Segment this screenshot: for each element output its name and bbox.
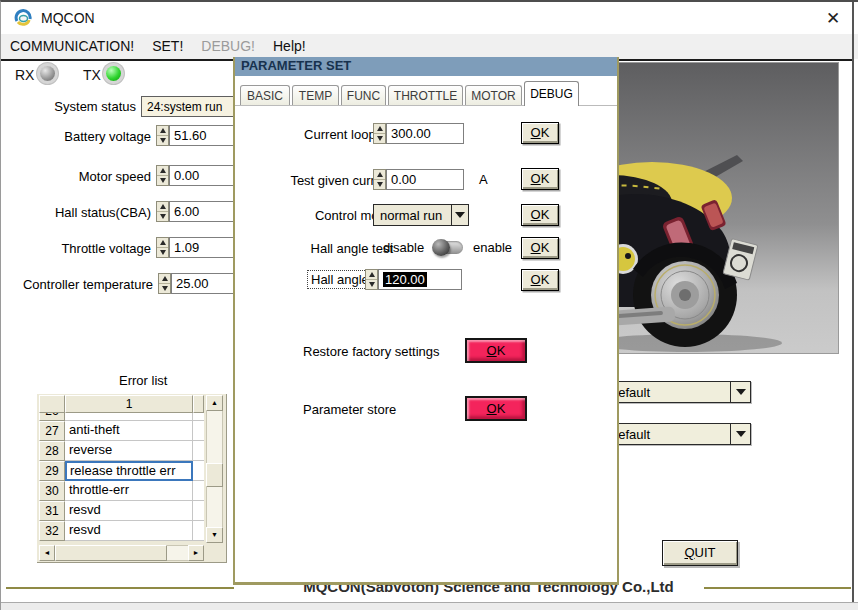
toggle-on-label: enable xyxy=(473,240,512,255)
current-loop-kp-field[interactable]: 300.00 xyxy=(386,123,464,144)
table-column-header[interactable]: 1 xyxy=(65,395,193,413)
row-number[interactable]: 30 xyxy=(39,481,65,501)
test-given-current-field[interactable]: 0.00 xyxy=(386,169,464,190)
menu-set[interactable]: SET! xyxy=(143,34,192,59)
menu-communication[interactable]: COMMUNICATION! xyxy=(1,34,143,59)
spin-up-icon[interactable] xyxy=(160,204,166,209)
ok-button-label: OK xyxy=(522,270,558,290)
table-row[interactable]: 27 anti-theft xyxy=(39,421,204,441)
dialog-title[interactable]: PARAMETER SET xyxy=(235,57,617,76)
scroll-right-icon[interactable]: ► xyxy=(188,545,204,561)
hall-angle-label: Hall angle xyxy=(307,270,373,289)
row-text[interactable]: throttle-err xyxy=(65,481,193,501)
tab-func[interactable]: FUNC xyxy=(341,85,386,106)
restore-factory-label: Restore factory settings xyxy=(303,344,440,359)
spin-down-icon[interactable] xyxy=(160,214,166,219)
hall-angle-test-toggle[interactable] xyxy=(433,241,463,254)
tab-throttle[interactable]: THROTTLE xyxy=(388,85,463,106)
row-number[interactable]: 27 xyxy=(39,421,65,441)
spin-down-icon[interactable] xyxy=(369,282,375,287)
spin-up-icon[interactable] xyxy=(160,168,166,173)
preset-dropdown-top[interactable]: default xyxy=(605,381,751,403)
table-row[interactable]: 31 resvd xyxy=(39,501,204,521)
table-corner-cell[interactable] xyxy=(39,395,65,413)
tab-basic[interactable]: BASIC xyxy=(240,85,290,106)
scroll-up-icon[interactable]: ▲ xyxy=(206,395,223,411)
row-filler xyxy=(193,421,204,441)
preset-dropdown-bottom[interactable]: default xyxy=(605,423,751,445)
toggle-knob[interactable] xyxy=(432,239,450,256)
hall-angle-test-ok-button[interactable]: OK xyxy=(521,237,559,259)
test-given-current-stepper[interactable] xyxy=(373,169,386,190)
spin-up-icon[interactable] xyxy=(160,128,166,133)
restore-factory-ok-button[interactable]: OK xyxy=(465,338,527,363)
menu-help[interactable]: Help! xyxy=(264,34,315,59)
spin-up-icon[interactable] xyxy=(162,276,168,281)
tab-temp[interactable]: TEMP xyxy=(292,85,339,106)
control-mode-dropdown[interactable]: normal run xyxy=(373,204,469,226)
table-row[interactable]: 32 resvd xyxy=(39,521,204,541)
chevron-down-icon[interactable] xyxy=(730,382,750,402)
table-row-selected[interactable]: 29 release throttle err xyxy=(39,461,204,481)
row-number[interactable]: 32 xyxy=(39,521,65,541)
control-mode-ok-button[interactable]: OK xyxy=(521,204,559,226)
vertical-scrollbar-thumb[interactable] xyxy=(206,463,223,487)
parameter-store-ok-button[interactable]: OK xyxy=(465,396,527,421)
row-number[interactable]: 29 xyxy=(39,461,65,481)
tab-debug[interactable]: DEBUG xyxy=(524,81,579,106)
parameter-store-label: Parameter store xyxy=(303,402,396,417)
spin-up-icon[interactable] xyxy=(369,272,375,277)
chevron-down-icon[interactable] xyxy=(451,205,468,225)
table-row[interactable]: 26 xyxy=(39,413,204,421)
table-header-filler xyxy=(193,395,204,413)
error-list-title: Error list xyxy=(119,373,167,388)
scroll-left-icon[interactable]: ◄ xyxy=(39,545,55,561)
row-number[interactable]: 28 xyxy=(39,441,65,461)
row-number[interactable]: 26 xyxy=(39,413,65,421)
row-text[interactable] xyxy=(65,413,193,421)
hall-angle-field[interactable]: 120.00 xyxy=(378,269,462,290)
current-loop-kp-stepper[interactable] xyxy=(373,123,386,144)
ok-button-label: OK xyxy=(522,205,558,225)
hall-angle-stepper[interactable] xyxy=(365,269,378,290)
row-filler xyxy=(193,521,204,541)
spin-down-icon[interactable] xyxy=(160,138,166,143)
spin-down-icon[interactable] xyxy=(377,182,383,187)
controller-temperature-stepper[interactable] xyxy=(158,273,171,294)
spin-down-icon[interactable] xyxy=(160,250,166,255)
throttle-voltage-label: Throttle voltage xyxy=(21,241,151,256)
hall-angle-ok-button[interactable]: OK xyxy=(521,269,559,291)
spin-up-icon[interactable] xyxy=(377,126,383,131)
row-number[interactable]: 31 xyxy=(39,501,65,521)
tab-motor[interactable]: MOTOR xyxy=(465,85,522,106)
tab-strip: BASIC TEMP FUNC THROTTLE MOTOR DEBUG xyxy=(240,80,579,106)
spin-down-icon[interactable] xyxy=(160,178,166,183)
chevron-down-icon[interactable] xyxy=(730,424,750,444)
tx-led-indicator xyxy=(106,66,121,81)
row-text[interactable]: resvd xyxy=(65,521,193,541)
motor-speed-stepper[interactable] xyxy=(156,165,169,186)
row-text[interactable]: anti-theft xyxy=(65,421,193,441)
spin-down-icon[interactable] xyxy=(162,286,168,291)
close-icon[interactable]: ✕ xyxy=(819,7,847,31)
scroll-down-icon[interactable]: ▼ xyxy=(206,527,223,543)
row-filler xyxy=(193,441,204,461)
throttle-voltage-stepper[interactable] xyxy=(156,237,169,258)
quit-button[interactable]: QUIT xyxy=(662,540,738,566)
table-row[interactable]: 28 reverse xyxy=(39,441,204,461)
system-status-field[interactable]: 24:system run xyxy=(141,96,241,117)
row-text[interactable]: reverse xyxy=(65,441,193,461)
current-loop-kp-ok-button[interactable]: OK xyxy=(521,122,559,144)
row-text[interactable]: release throttle err xyxy=(65,461,193,481)
table-row[interactable]: 30 throttle-err xyxy=(39,481,204,501)
rx-led-indicator xyxy=(40,66,55,81)
hall-status-stepper[interactable] xyxy=(156,201,169,222)
battery-voltage-stepper[interactable] xyxy=(156,125,169,146)
spin-down-icon[interactable] xyxy=(377,136,383,141)
ok-button-label: OK xyxy=(522,123,558,143)
spin-up-icon[interactable] xyxy=(160,240,166,245)
test-given-current-ok-button[interactable]: OK xyxy=(521,168,559,190)
horizontal-scrollbar-thumb[interactable] xyxy=(55,545,167,561)
row-text[interactable]: resvd xyxy=(65,501,193,521)
spin-up-icon[interactable] xyxy=(377,172,383,177)
